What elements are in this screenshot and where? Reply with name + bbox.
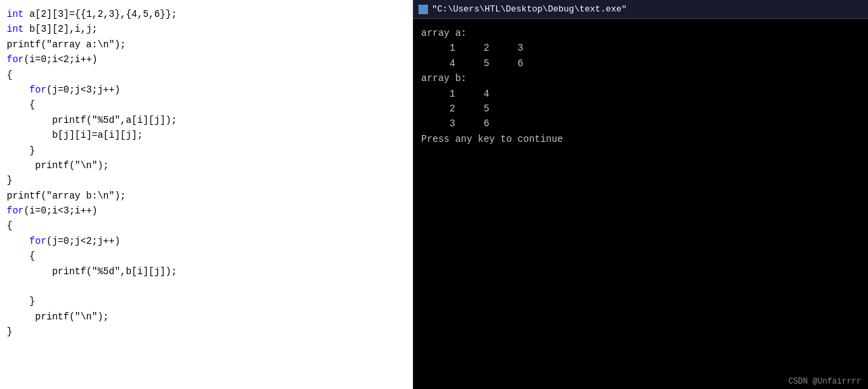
keyword: int [7,24,24,34]
code-text: a[2][3]={{1,2,3},{4,5,6}}; [24,9,177,20]
code-text: } [7,326,12,337]
code-text: printf("array a:\n"); [7,39,126,50]
code-text: } [7,175,12,186]
console-output: array a: 1 2 3 4 5 6 array b: 1 4 2 5 3 … [413,19,868,374]
code-text: } [30,145,35,156]
footer-credit: CSDN @Unfairrrr [788,377,861,386]
code-text: b[j][i]=a[i][j]; [52,130,142,140]
code-text: (j=0;j<2;j++) [47,236,120,247]
code-text: (i=0;i<3;i++) [24,205,97,216]
code-text: printf("%5d",b[i][j]); [52,266,177,277]
code-text: printf("array b:\n"); [7,190,126,201]
code-text: { [30,251,35,261]
code-text: { [7,220,12,231]
code-text: { [7,70,12,80]
code-text: (j=0;j<3;j++) [47,84,120,95]
console-icon [418,5,428,14]
keyword: for [30,84,47,95]
code-text: (i=0;i<2;i++) [24,54,97,65]
keyword: int [7,9,24,20]
code-text: printf("%5d",a[i][j]); [52,115,177,126]
code-text: printf("\n"); [30,160,109,171]
code-text: { [30,99,35,110]
console-panel: "C:\Users\HTL\Desktop\Debug\text.exe" ar… [413,0,868,389]
code-editor-panel: int a[2][3]={{1,2,3},{4,5,6}}; int b[3][… [0,0,413,389]
code-text: b[3][2],i,j; [24,24,97,34]
console-title: "C:\Users\HTL\Desktop\Debug\text.exe" [432,4,627,14]
console-titlebar: "C:\Users\HTL\Desktop\Debug\text.exe" [413,0,868,19]
code-content: int a[2][3]={{1,2,3},{4,5,6}}; int b[3][… [7,7,412,340]
code-text: } [30,296,35,307]
code-text: printf("\n"); [30,311,109,322]
keyword: for [7,205,24,216]
console-footer: CSDN @Unfairrrr [413,374,868,389]
keyword: for [7,54,24,65]
keyword: for [30,236,47,247]
